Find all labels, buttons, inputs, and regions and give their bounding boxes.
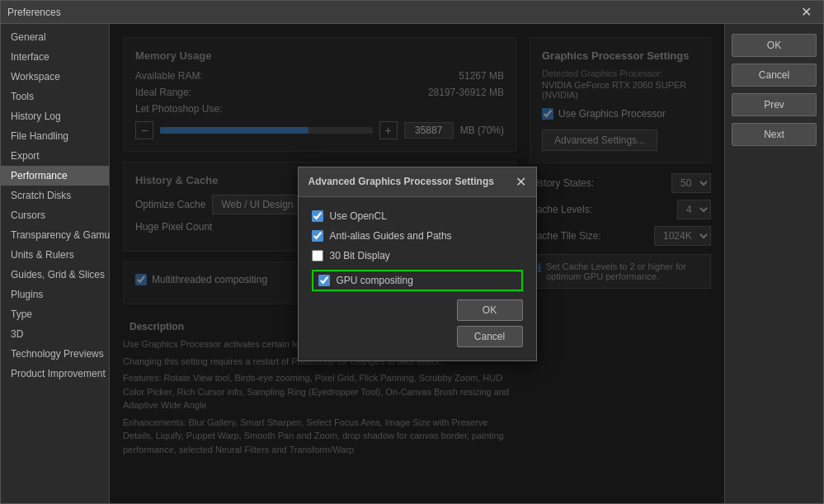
dialog-footer: OK Cancel — [312, 299, 523, 347]
ok-button[interactable]: OK — [732, 34, 817, 57]
sidebar-item-scratch-disks[interactable]: Scratch Disks — [1, 186, 109, 205]
sidebar-item-units-and-rulers[interactable]: Units & Rulers — [1, 245, 109, 265]
dialog-overlay: Advanced Graphics Processor Settings ✕ U… — [110, 24, 724, 503]
dialog-title: Advanced Graphics Processor Settings — [308, 176, 494, 187]
sidebar-item-cursors[interactable]: Cursors — [1, 205, 109, 225]
sidebar-item-file-handling[interactable]: File Handling — [1, 126, 109, 146]
use-opencl-row: Use OpenCL — [312, 210, 523, 222]
right-panel: OK Cancel Prev Next — [724, 24, 823, 503]
sidebar-item-type[interactable]: Type — [1, 304, 109, 324]
dialog-close-button[interactable]: ✕ — [516, 174, 526, 190]
dialog-cancel-button[interactable]: Cancel — [457, 326, 523, 347]
title-bar: Preferences ✕ — [1, 1, 823, 24]
window-title: Preferences — [7, 7, 61, 18]
window-close-button[interactable]: ✕ — [796, 2, 817, 21]
bit-display-checkbox[interactable] — [312, 250, 323, 261]
sidebar-item-product-improvement[interactable]: Product Improvement — [1, 364, 109, 384]
use-opencl-checkbox[interactable] — [312, 210, 323, 222]
antialias-label: Anti-alias Guides and Paths — [330, 230, 452, 242]
prev-button[interactable]: Prev — [732, 93, 817, 116]
preferences-window: Preferences ✕ GeneralInterfaceWorkspaceT… — [0, 0, 824, 504]
use-opencl-label: Use OpenCL — [330, 210, 387, 222]
sidebar-item-3d[interactable]: 3D — [1, 324, 109, 344]
content-area: GeneralInterfaceWorkspaceToolsHistory Lo… — [1, 24, 823, 503]
sidebar-item-transparency-and-gamut[interactable]: Transparency & Gamut — [1, 225, 109, 245]
sidebar-item-workspace[interactable]: Workspace — [1, 67, 109, 87]
main-panel: Memory Usage Available RAM: 51267 MB Ide… — [110, 24, 724, 503]
sidebar-item-guides,-grid-and-slices[interactable]: Guides, Grid & Slices — [1, 265, 109, 285]
sidebar: GeneralInterfaceWorkspaceToolsHistory Lo… — [1, 24, 110, 503]
sidebar-item-general[interactable]: General — [1, 27, 109, 47]
advanced-gpu-dialog: Advanced Graphics Processor Settings ✕ U… — [298, 167, 537, 361]
bit-display-row: 30 Bit Display — [312, 250, 523, 261]
gpu-compositing-checkbox[interactable] — [318, 275, 330, 286]
dialog-titlebar: Advanced Graphics Processor Settings ✕ — [299, 167, 536, 197]
sidebar-item-tools[interactable]: Tools — [1, 87, 109, 106]
gpu-compositing-row: GPU compositing — [312, 270, 523, 291]
next-button[interactable]: Next — [732, 123, 817, 146]
antialias-checkbox[interactable] — [312, 230, 323, 242]
dialog-ok-button[interactable]: OK — [457, 299, 523, 321]
gpu-compositing-label: GPU compositing — [337, 275, 413, 286]
sidebar-item-interface[interactable]: Interface — [1, 47, 109, 67]
sidebar-item-export[interactable]: Export — [1, 146, 109, 166]
bit-display-label: 30 Bit Display — [330, 250, 390, 261]
antialias-row: Anti-alias Guides and Paths — [312, 230, 523, 242]
cancel-button[interactable]: Cancel — [732, 64, 817, 87]
sidebar-item-performance[interactable]: Performance — [1, 166, 109, 186]
sidebar-item-technology-previews[interactable]: Technology Previews — [1, 344, 109, 364]
sidebar-item-plugins[interactable]: Plugins — [1, 285, 109, 304]
dialog-body: Use OpenCL Anti-alias Guides and Paths 3… — [299, 197, 536, 360]
sidebar-item-history-log[interactable]: History Log — [1, 106, 109, 126]
